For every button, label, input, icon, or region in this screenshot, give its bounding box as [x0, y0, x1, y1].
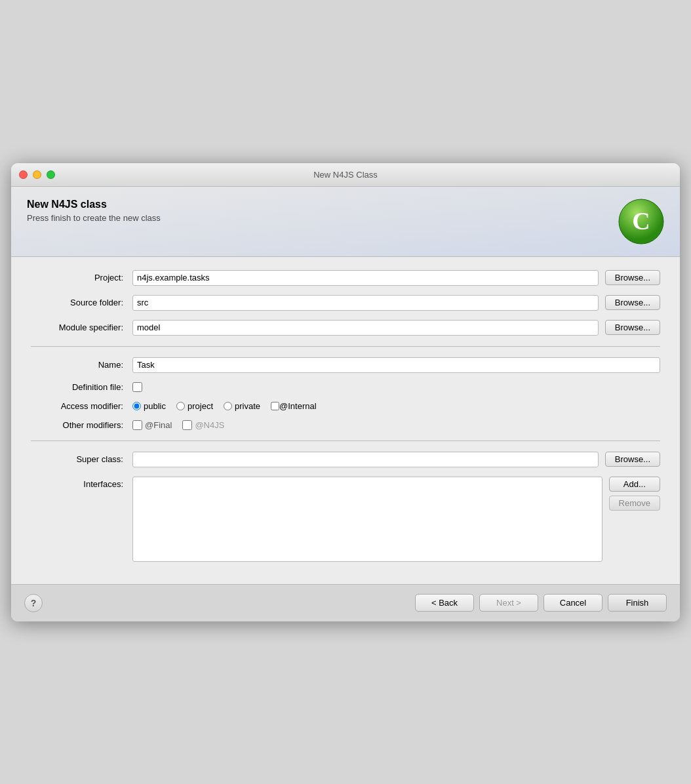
dialog-window: New N4JS Class New N4JS class Press fini… — [11, 163, 680, 621]
modifier-final: @Final — [132, 420, 172, 430]
dialog-main-title: New N4JS class — [27, 199, 161, 210]
close-button[interactable] — [19, 170, 28, 179]
access-private-label: private — [235, 401, 260, 411]
definition-file-group: Definition file: — [31, 382, 660, 392]
access-internal-label: @Internal — [279, 401, 317, 411]
modifier-final-label: @Final — [145, 420, 172, 430]
radio-public: public — [132, 401, 166, 411]
interfaces-label: Interfaces: — [31, 477, 132, 489]
super-class-browse-button[interactable]: Browse... — [605, 452, 660, 467]
interfaces-remove-button[interactable]: Remove — [609, 496, 660, 511]
footer: ? < Back Next > Cancel Finish — [11, 584, 680, 621]
next-button[interactable]: Next > — [479, 594, 538, 612]
interfaces-group: Interfaces: Add... Remove — [31, 477, 660, 562]
interfaces-buttons: Add... Remove — [609, 477, 660, 511]
finish-button[interactable]: Finish — [608, 594, 667, 612]
access-project-label: project — [188, 401, 213, 411]
modifier-final-checkbox[interactable] — [132, 420, 142, 430]
header-text: New N4JS class Press finish to create th… — [27, 199, 161, 223]
modifier-n4js: @N4JS — [182, 420, 224, 430]
access-project-radio[interactable] — [176, 402, 185, 410]
module-specifier-input[interactable] — [132, 320, 599, 336]
app-logo: C — [618, 199, 664, 245]
minimize-button[interactable] — [33, 170, 41, 179]
cancel-button[interactable]: Cancel — [543, 594, 602, 612]
super-class-input[interactable] — [132, 452, 599, 467]
radio-private: private — [224, 401, 260, 411]
access-public-radio[interactable] — [132, 402, 141, 410]
project-label: Project: — [31, 273, 132, 283]
source-folder-browse-button[interactable]: Browse... — [605, 295, 660, 310]
name-group: Name: — [31, 357, 660, 373]
form-content: Project: Browse... Source folder: Browse… — [11, 257, 680, 584]
project-group: Project: Browse... — [31, 270, 660, 286]
modifier-n4js-checkbox[interactable] — [182, 420, 192, 430]
access-modifier-group: Access modifier: public project private … — [31, 401, 660, 411]
separator-2 — [31, 441, 660, 441]
source-folder-label: Source folder: — [31, 298, 132, 307]
radio-internal: @Internal — [271, 401, 317, 411]
source-folder-input[interactable] — [132, 295, 599, 311]
definition-file-checkbox[interactable] — [132, 382, 142, 392]
source-folder-group: Source folder: Browse... — [31, 295, 660, 311]
radio-project: project — [176, 401, 213, 411]
project-browse-button[interactable]: Browse... — [605, 270, 660, 285]
interfaces-textarea[interactable] — [132, 477, 602, 562]
header-section: New N4JS class Press finish to create th… — [11, 187, 680, 257]
interfaces-add-button[interactable]: Add... — [609, 477, 660, 492]
separator-1 — [31, 346, 660, 347]
window-controls — [19, 170, 55, 179]
project-input[interactable] — [132, 270, 599, 286]
other-modifiers-group: Other modifiers: @Final @N4JS — [31, 420, 660, 430]
back-button[interactable]: < Back — [415, 594, 474, 612]
title-bar: New N4JS Class — [11, 163, 680, 187]
super-class-group: Super class: Browse... — [31, 452, 660, 467]
access-modifier-label: Access modifier: — [31, 401, 132, 411]
footer-right: < Back Next > Cancel Finish — [415, 594, 667, 612]
svg-text:C: C — [632, 207, 650, 235]
maximize-button[interactable] — [47, 170, 55, 179]
name-input[interactable] — [132, 357, 660, 373]
module-specifier-label: Module specifier: — [31, 323, 132, 332]
access-private-radio[interactable] — [224, 402, 232, 410]
access-internal-checkbox[interactable] — [271, 402, 279, 410]
super-class-label: Super class: — [31, 454, 132, 464]
footer-left: ? — [24, 594, 43, 612]
window-title: New N4JS Class — [313, 170, 378, 180]
modifier-n4js-label: @N4JS — [195, 420, 224, 430]
definition-file-label: Definition file: — [31, 382, 132, 392]
module-specifier-group: Module specifier: Browse... — [31, 320, 660, 336]
dialog-subtitle: Press finish to create the new class — [27, 213, 161, 223]
other-modifiers-label: Other modifiers: — [31, 420, 132, 430]
name-label: Name: — [31, 360, 132, 370]
module-specifier-browse-button[interactable]: Browse... — [605, 320, 660, 335]
help-button[interactable]: ? — [24, 594, 43, 612]
access-public-label: public — [144, 401, 166, 411]
